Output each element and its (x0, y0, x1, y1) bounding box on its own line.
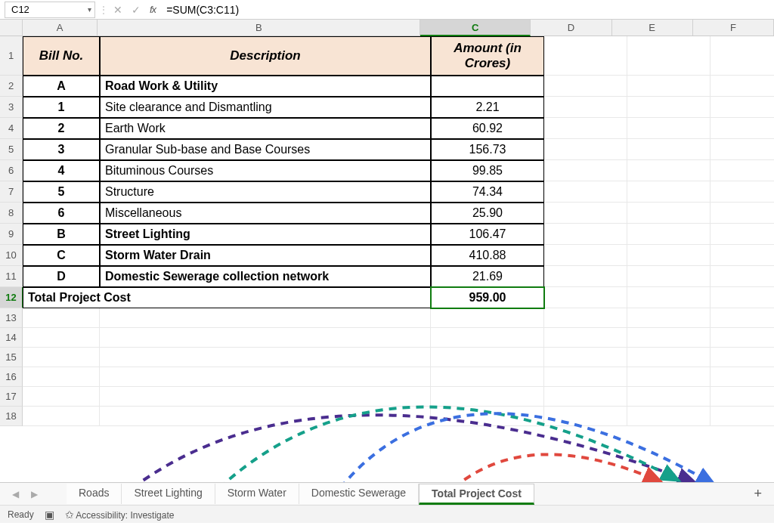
cell-amount[interactable]: 25.90 (431, 203, 544, 224)
row-header-3[interactable]: 3 (0, 97, 23, 118)
cell-empty[interactable] (711, 181, 774, 203)
cell-empty[interactable] (544, 328, 627, 348)
cell-empty[interactable] (544, 36, 627, 76)
tab-nav-next[interactable]: ▶ (25, 489, 44, 500)
cell-billno[interactable]: 2 (23, 118, 100, 139)
cell-description[interactable]: Site clearance and Dismantling (100, 97, 431, 118)
col-header-B[interactable]: B (98, 20, 420, 36)
cell-empty[interactable] (431, 348, 544, 367)
row-header-6[interactable]: 6 (0, 160, 23, 181)
cell-billno[interactable]: D (23, 266, 100, 287)
accept-icon[interactable]: ✓ (127, 4, 145, 16)
sheet-tab-domestic-sewerage[interactable]: Domestic Sewerage (299, 484, 419, 504)
cell-empty[interactable] (544, 367, 627, 387)
cell-empty[interactable] (23, 308, 100, 328)
cell-empty[interactable] (627, 328, 711, 348)
row-header-5[interactable]: 5 (0, 139, 23, 160)
sheet-tab-street-lighting[interactable]: Street Lighting (122, 484, 215, 504)
cell-empty[interactable] (23, 367, 100, 387)
row-header-7[interactable]: 7 (0, 181, 23, 203)
cell-empty[interactable] (544, 287, 627, 308)
cell-empty[interactable] (711, 367, 774, 387)
cell-empty[interactable] (627, 36, 711, 76)
cell-amount[interactable]: 99.85 (431, 160, 544, 181)
cell-empty[interactable] (627, 308, 711, 328)
cell-billno[interactable]: A (23, 76, 100, 97)
row-header-8[interactable]: 8 (0, 203, 23, 224)
header-amount[interactable]: Amount (in Crores) (431, 36, 544, 76)
cell-empty[interactable] (100, 367, 431, 387)
spreadsheet-grid[interactable]: ABCDEF 123456789101112131415161718 Bill … (0, 20, 774, 482)
formula-input[interactable]: =SUM(C3:C11) (160, 2, 774, 18)
row-header-11[interactable]: 11 (0, 266, 23, 287)
cancel-icon[interactable]: ✕ (109, 4, 127, 16)
select-all-corner[interactable] (0, 20, 23, 36)
cell-empty[interactable] (711, 407, 774, 426)
name-box[interactable]: C12 ▾ (5, 2, 95, 18)
tab-nav-prev[interactable]: ◀ (6, 489, 25, 500)
cell-description[interactable]: Bituminous Courses (100, 160, 431, 181)
cell-empty[interactable] (711, 245, 774, 266)
cell-description[interactable]: Domestic Sewerage collection network (100, 266, 431, 287)
cell-billno[interactable]: 4 (23, 160, 100, 181)
cell-empty[interactable] (627, 224, 711, 245)
cell-empty[interactable] (711, 224, 774, 245)
sheet-tab-total-project-cost[interactable]: Total Project Cost (419, 484, 534, 505)
cell-empty[interactable] (711, 160, 774, 181)
cell-billno[interactable]: C (23, 245, 100, 266)
row-header-14[interactable]: 14 (0, 328, 23, 348)
cell-empty[interactable] (544, 387, 627, 407)
cell-total-value[interactable]: 959.00 (431, 287, 544, 308)
cell-amount[interactable]: 410.88 (431, 245, 544, 266)
cell-empty[interactable] (544, 97, 627, 118)
cell-empty[interactable] (100, 407, 431, 426)
cell-empty[interactable] (627, 367, 711, 387)
row-header-12[interactable]: 12 (0, 287, 23, 308)
accessibility-status[interactable]: ✩ Accessibility: Investigate (65, 509, 175, 521)
cell-empty[interactable] (711, 36, 774, 76)
col-header-F[interactable]: F (693, 20, 774, 36)
row-header-2[interactable]: 2 (0, 76, 23, 97)
cell-empty[interactable] (544, 160, 627, 181)
cell-empty[interactable] (544, 245, 627, 266)
display-settings-icon[interactable]: ▣ (45, 509, 54, 521)
cell-empty[interactable] (711, 203, 774, 224)
cell-empty[interactable] (711, 287, 774, 308)
header-description[interactable]: Description (100, 36, 431, 76)
cell-amount[interactable]: 74.34 (431, 181, 544, 203)
cell-empty[interactable] (23, 387, 100, 407)
cell-description[interactable]: Earth Work (100, 118, 431, 139)
cell-empty[interactable] (544, 181, 627, 203)
row-header-18[interactable]: 18 (0, 407, 23, 426)
cell-empty[interactable] (627, 245, 711, 266)
cell-empty[interactable] (23, 348, 100, 367)
cell-empty[interactable] (711, 76, 774, 97)
cell-empty[interactable] (431, 328, 544, 348)
cell-empty[interactable] (711, 328, 774, 348)
cell-description[interactable]: Storm Water Drain (100, 245, 431, 266)
cell-empty[interactable] (23, 328, 100, 348)
cell-empty[interactable] (100, 348, 431, 367)
row-header-15[interactable]: 15 (0, 348, 23, 367)
col-header-D[interactable]: D (531, 20, 611, 36)
cell-description[interactable]: Structure (100, 181, 431, 203)
sheet-tab-storm-water[interactable]: Storm Water (215, 484, 299, 504)
chevron-down-icon[interactable]: ▾ (88, 5, 91, 14)
row-header-13[interactable]: 13 (0, 308, 23, 328)
cell-amount[interactable]: 21.69 (431, 266, 544, 287)
cell-empty[interactable] (711, 387, 774, 407)
cell-billno[interactable]: 3 (23, 139, 100, 160)
row-header-4[interactable]: 4 (0, 118, 23, 139)
fx-icon[interactable]: fx (145, 4, 160, 15)
cell-empty[interactable] (100, 328, 431, 348)
cell-empty[interactable] (544, 118, 627, 139)
cell-amount[interactable]: 106.47 (431, 224, 544, 245)
cell-empty[interactable] (627, 203, 711, 224)
col-header-C[interactable]: C (420, 20, 531, 36)
cell-empty[interactable] (23, 407, 100, 426)
cell-amount[interactable] (431, 76, 544, 97)
cell-total-label[interactable]: Total Project Cost (23, 287, 431, 308)
cell-empty[interactable] (544, 308, 627, 328)
cell-empty[interactable] (711, 118, 774, 139)
row-header-10[interactable]: 10 (0, 245, 23, 266)
